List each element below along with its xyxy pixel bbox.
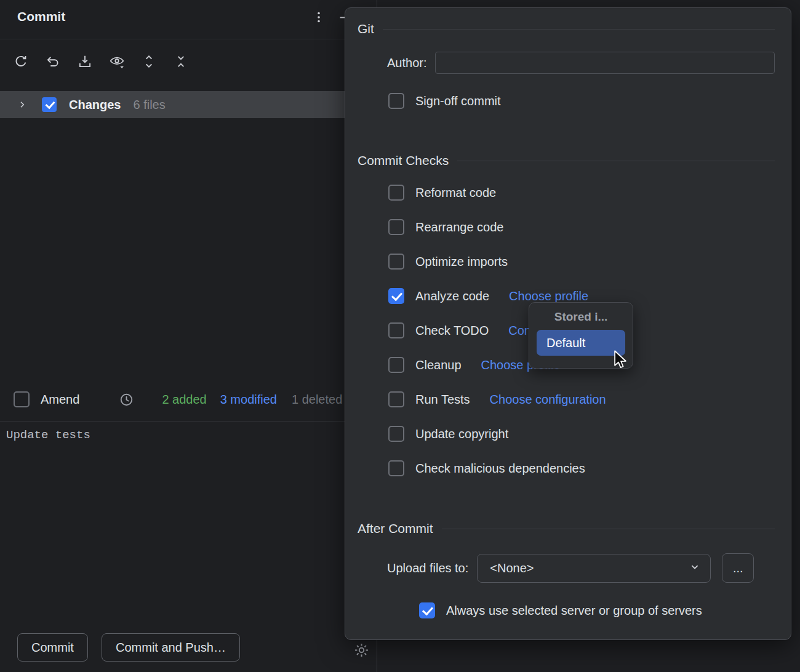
commit-checks-section-header: Commit Checks (358, 152, 775, 169)
amend-checkbox[interactable] (14, 391, 30, 407)
commit-check-label: Cleanup (415, 358, 462, 372)
commit-tool-window: Commit (0, 0, 377, 672)
sign-off-label: Sign-off commit (415, 94, 501, 108)
collapse-all-icon[interactable] (171, 52, 191, 71)
history-clock-icon[interactable] (116, 390, 136, 409)
section-rule (383, 29, 775, 30)
section-rule (457, 161, 775, 161)
commit-toolbar (11, 52, 191, 71)
amend-row: Amend 2 added 3 modified 1 deleted (0, 385, 377, 414)
changes-files-count: 6 files (133, 98, 165, 112)
commit-check-checkbox[interactable] (388, 254, 404, 270)
changes-row[interactable]: Changes 6 files (0, 91, 377, 118)
commit-check-checkbox[interactable] (388, 288, 404, 304)
commit-check-label: Check TODO (415, 324, 489, 338)
commit-check-row: Check malicious dependencies (358, 451, 775, 486)
stat-deleted[interactable]: 1 deleted (292, 393, 342, 407)
commit-check-label: Check malicious dependencies (415, 462, 585, 476)
upload-files-label: Upload files to: (387, 561, 468, 575)
stat-modified[interactable]: 3 modified (220, 393, 277, 407)
sign-off-row: Sign-off commit (388, 93, 501, 109)
shelve-icon[interactable] (75, 52, 95, 71)
upload-files-row: Upload files to: <None> ... (387, 553, 775, 583)
commit-check-checkbox[interactable] (388, 185, 404, 201)
commit-checks-title: Commit Checks (358, 153, 449, 168)
preview-diff-eye-icon[interactable] (107, 52, 127, 71)
profile-dropdown-header: Stored i... (537, 310, 625, 324)
commit-button[interactable]: Commit (17, 633, 88, 662)
section-rule (442, 529, 775, 529)
commit-and-push-button[interactable]: Commit and Push… (102, 633, 240, 662)
ide-screen: Commit (0, 0, 800, 672)
after-commit-section-header: After Commit (358, 520, 775, 537)
commit-check-label: Update copyright (415, 427, 508, 441)
chevron-right-icon[interactable] (17, 100, 27, 110)
commit-check-checkbox[interactable] (388, 426, 404, 442)
browse-servers-button[interactable]: ... (722, 553, 754, 583)
changes-checkbox[interactable] (42, 97, 57, 112)
commit-check-label: Run Tests (415, 393, 470, 407)
always-use-server-row: Always use selected server or group of s… (419, 602, 702, 618)
upload-files-selected-value: <None> (490, 561, 688, 575)
commit-check-checkbox[interactable] (388, 322, 404, 338)
commit-panel-header: Commit (0, 0, 377, 39)
git-section-title: Git (358, 22, 374, 36)
author-label: Author: (387, 56, 426, 70)
changes-label: Changes (69, 98, 121, 112)
upload-files-select[interactable]: <None> (477, 554, 711, 583)
commit-check-row: Update copyright (358, 417, 775, 451)
amend-label: Amend (41, 393, 79, 407)
stat-added[interactable]: 2 added (162, 393, 206, 407)
commit-message-text: Update tests (6, 428, 90, 442)
commit-check-label: Optimize imports (415, 255, 508, 269)
commit-check-link[interactable]: Choose profile (509, 289, 588, 303)
author-row: Author: (387, 51, 775, 74)
always-use-server-checkbox[interactable] (419, 602, 435, 618)
commit-check-checkbox[interactable] (388, 391, 404, 407)
panel-title: Commit (17, 9, 65, 24)
commit-check-link[interactable]: Choose configuration (490, 393, 606, 407)
commit-check-row: Rearrange code (358, 210, 775, 244)
commit-check-checkbox[interactable] (388, 219, 404, 235)
commit-check-label: Reformat code (415, 186, 496, 200)
expand-all-icon[interactable] (139, 52, 159, 71)
commit-check-row: Optimize imports (358, 244, 775, 279)
commit-options-popup: Git Author: Sign-off commit Commit Check… (345, 7, 791, 640)
author-input[interactable] (435, 52, 775, 74)
mouse-cursor (612, 350, 628, 373)
settings-gear-icon[interactable] (351, 640, 371, 660)
commit-check-checkbox[interactable] (388, 357, 404, 373)
commit-check-label: Analyze code (415, 289, 489, 303)
always-use-server-label: Always use selected server or group of s… (446, 604, 702, 618)
commit-message-editor[interactable]: Update tests (0, 421, 377, 624)
commit-check-row: Reformat code (358, 175, 775, 210)
chevron-down-icon (688, 560, 702, 576)
sign-off-checkbox[interactable] (388, 93, 404, 109)
rollback-icon[interactable] (43, 52, 63, 71)
commit-check-label: Rearrange code (415, 220, 503, 234)
after-commit-title: After Commit (358, 521, 433, 536)
commit-check-row: Run Tests Choose configuration (358, 382, 775, 417)
more-options-icon[interactable] (309, 7, 329, 27)
git-section-header: Git (358, 20, 775, 38)
commit-check-checkbox[interactable] (388, 460, 404, 476)
refresh-icon[interactable] (11, 52, 31, 71)
